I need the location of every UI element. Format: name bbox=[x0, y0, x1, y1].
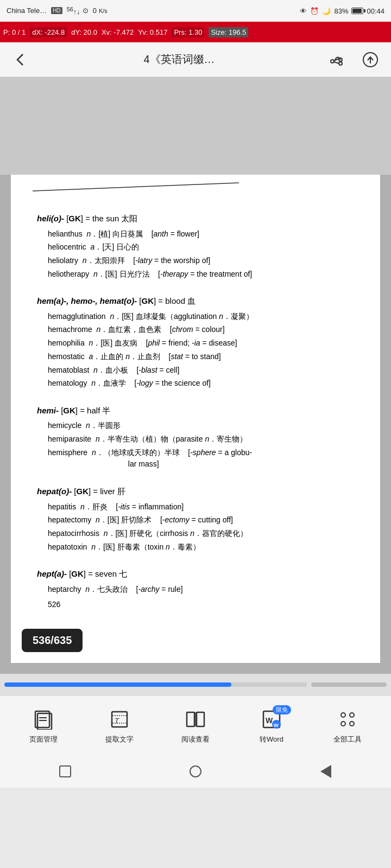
svg-point-26 bbox=[350, 722, 354, 726]
upload-icon bbox=[362, 52, 379, 68]
recent-icon bbox=[320, 765, 331, 778]
hemophilia-entry: hemophilia n．[医] 血友病 [phil = friend; -ia… bbox=[48, 337, 354, 349]
list-item: hepatocirrhosis n．[医] 肝硬化（cirrhosis n．器官… bbox=[48, 528, 354, 540]
tool-to-word[interactable]: 限免 W w 转Word bbox=[250, 707, 293, 744]
alarm-icon: ⏰ bbox=[310, 7, 319, 15]
list-item: hemagglutination n．[医] 血球凝集（agglutinatio… bbox=[48, 311, 354, 323]
list-item: hepatitis n．肝炎 [-itis = inflammation] bbox=[48, 501, 354, 513]
upload-button[interactable] bbox=[361, 50, 380, 69]
page-manage-svg bbox=[33, 709, 54, 730]
document-page: heli(o)- [GK] = the sun 太阳 helianthus n．… bbox=[11, 175, 380, 663]
header-actions bbox=[328, 50, 380, 69]
list-item: hemisphere n．（地球或天球的）半球 [-sphere = a glo… bbox=[48, 447, 354, 470]
tool-read-view[interactable]: 阅读查看 bbox=[174, 707, 217, 744]
section-header-hepat: hepat(o)- [GK] = liver 肝 bbox=[37, 486, 354, 498]
scroll-thumb bbox=[4, 682, 231, 687]
status-bar: China Tele… HD 56↑↓ ⊙ 0 K/s 👁 ⏰ 🌙 83% 00… bbox=[0, 0, 391, 22]
svg-line-7 bbox=[33, 183, 239, 191]
page-manage-icon bbox=[31, 707, 55, 731]
section-header-hem: hem(a)-, hemo-, hemat(o)- [GK] = blood 血 bbox=[37, 295, 354, 308]
tool-page-manage[interactable]: 页面管理 bbox=[22, 707, 65, 744]
carrier-label: China Tele… bbox=[7, 7, 47, 15]
scroll-area[interactable] bbox=[0, 674, 391, 695]
svg-point-25 bbox=[341, 722, 345, 726]
read-view-icon bbox=[184, 707, 207, 731]
xv-coord: Xv: -7.472 bbox=[102, 28, 134, 36]
svg-text:W: W bbox=[266, 716, 273, 725]
tool-all-tools[interactable]: 全部工具 bbox=[326, 707, 369, 744]
battery-label: 83% bbox=[334, 7, 348, 15]
tool-to-word-label: 转Word bbox=[260, 735, 283, 744]
moon-icon: 🌙 bbox=[322, 7, 331, 15]
list-item: hematology n．血液学 [-logy = the science of… bbox=[48, 378, 354, 390]
tool-extract-text-label: 提取文字 bbox=[105, 735, 134, 744]
svg-line-4 bbox=[334, 62, 339, 63]
nav-home-button[interactable] bbox=[52, 762, 79, 781]
list-item: hemiparasite n．半寄生动（植）物（parasite n．寄生物） bbox=[48, 433, 354, 445]
extract-text-icon: T bbox=[108, 707, 131, 731]
eye-icon: 👁 bbox=[300, 7, 307, 15]
battery-icon bbox=[351, 8, 363, 14]
size-coord: Size: 196.5 bbox=[209, 27, 248, 37]
share-icon bbox=[330, 52, 346, 68]
yv-coord: Yv: 0.517 bbox=[138, 28, 167, 36]
back-icon bbox=[13, 52, 28, 67]
extract-text-svg: T bbox=[109, 709, 130, 730]
svg-point-24 bbox=[350, 713, 354, 717]
section-header-hept: hept(a)- [GK] = seven 七 bbox=[37, 568, 354, 580]
list-item: hepatectomy n．[医] 肝切除术 [-ectomy = cuttin… bbox=[48, 514, 354, 526]
section-header-hemi: hemi- [GK] = half 半 bbox=[37, 405, 354, 417]
svg-point-23 bbox=[341, 713, 345, 717]
section-hem: hem(a)-, hemo-, hemat(o)- [GK] = blood 血… bbox=[37, 295, 354, 390]
list-item: heptarchy n．七头政治 [-archy = rule] bbox=[48, 584, 354, 596]
badge-free: 限免 bbox=[273, 705, 291, 714]
nav-recent-button[interactable] bbox=[312, 762, 339, 781]
page-coord: P: 0 / 1 bbox=[3, 28, 26, 36]
page-number: 526 bbox=[48, 600, 354, 609]
read-view-svg bbox=[185, 709, 206, 730]
signal-label: 56↑↓ bbox=[67, 6, 80, 16]
section-header-heli: heli(o)- [GK] = the sun 太阳 bbox=[37, 213, 354, 225]
nav-bar bbox=[0, 755, 391, 788]
section-hemi: hemi- [GK] = half 半 hemicycle n．半圆形 hemi… bbox=[37, 405, 354, 470]
list-item: heliotherapy n．[医] 日光疗法 [-therapy = the … bbox=[48, 269, 354, 280]
svg-text:w: w bbox=[273, 722, 279, 728]
status-right: 👁 ⏰ 🌙 83% 00:44 bbox=[300, 7, 384, 15]
hd-badge: HD bbox=[51, 7, 62, 14]
tool-page-manage-label: 页面管理 bbox=[29, 735, 58, 744]
share-button[interactable] bbox=[328, 50, 348, 69]
all-tools-svg bbox=[337, 709, 358, 730]
tool-all-tools-label: 全部工具 bbox=[333, 735, 362, 744]
list-item: hepatotoxin n．[医] 肝毒素（toxin n．毒素） bbox=[48, 541, 354, 553]
all-tools-icon bbox=[336, 707, 360, 731]
page-badge: 536/635 bbox=[22, 629, 83, 652]
app-header: 4《英语词缀… bbox=[0, 42, 391, 77]
section-heli: heli(o)- [GK] = the sun 太阳 helianthus n．… bbox=[37, 213, 354, 280]
coord-bar: P: 0 / 1 dX: -224.8 dY: 20.0 Xv: -7.472 … bbox=[0, 22, 391, 42]
svg-rect-17 bbox=[197, 712, 204, 726]
scroll-track[interactable] bbox=[4, 682, 307, 687]
svg-point-1 bbox=[331, 60, 334, 63]
list-item: hemostatic a．止血的 n．止血剂 [stat = to stand] bbox=[48, 351, 354, 363]
list-item: hemicycle n．半圆形 bbox=[48, 420, 354, 432]
svg-point-2 bbox=[339, 62, 342, 65]
dx-coord: dX: -224.8 bbox=[30, 27, 67, 37]
back-button[interactable] bbox=[11, 50, 30, 69]
list-item: hematoblast n．血小板 [-blast = cell] bbox=[48, 365, 354, 376]
nav-back-button[interactable] bbox=[182, 762, 209, 781]
list-item: helianthus n．[植] 向日葵属 [anth = flower] bbox=[48, 228, 354, 240]
section-hepat: hepat(o)- [GK] = liver 肝 hepatitis n．肝炎 … bbox=[37, 486, 354, 553]
wifi-label: ⊙ bbox=[83, 7, 89, 15]
tool-extract-text[interactable]: T 提取文字 bbox=[98, 707, 141, 744]
header-title: 4《英语词缀… bbox=[143, 52, 215, 67]
data-unit: K/s bbox=[99, 8, 108, 14]
scroll-track-right[interactable] bbox=[311, 682, 387, 687]
svg-line-3 bbox=[334, 59, 339, 61]
status-left: China Tele… HD 56↑↓ ⊙ 0 K/s bbox=[7, 6, 108, 16]
section-hept: hept(a)- [GK] = seven 七 heptarchy n．七头政治… bbox=[37, 568, 354, 608]
prs-coord: Prs: 1.30 bbox=[172, 27, 204, 37]
tool-read-view-label: 阅读查看 bbox=[181, 735, 210, 744]
decorative-line bbox=[33, 180, 261, 196]
home-icon bbox=[59, 765, 71, 777]
gray-gap bbox=[0, 77, 391, 175]
